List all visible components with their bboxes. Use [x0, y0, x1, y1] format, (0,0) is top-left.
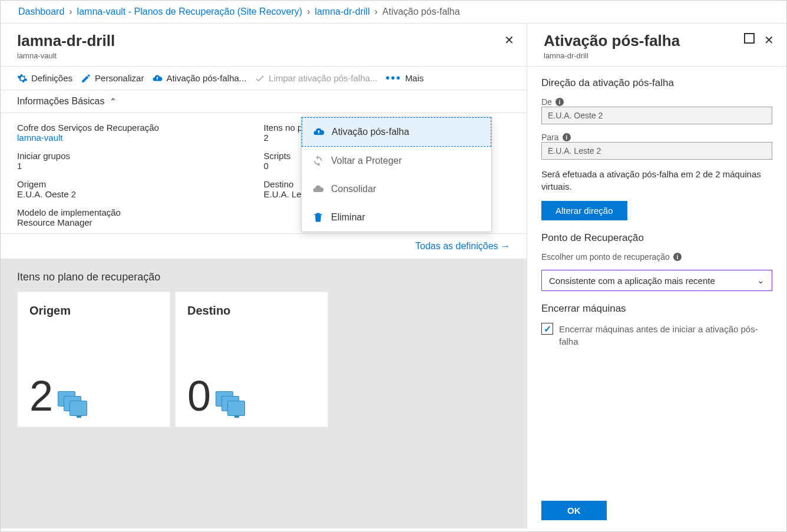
source-label: Origem — [17, 179, 264, 189]
recovery-point-value: Consistente com a aplicação mais recente — [549, 276, 715, 286]
close-icon[interactable]: ✕ — [502, 33, 516, 47]
breadcrumb-link-dashboard[interactable]: Dashboard — [18, 6, 64, 17]
customize-button[interactable]: Personalizar — [81, 73, 144, 84]
info-icon[interactable]: i — [555, 98, 564, 106]
menu-item-reprotect[interactable]: Voltar a Proteger — [302, 147, 491, 175]
cloud-arrow-icon — [313, 126, 325, 138]
direction-header: Direção da ativação pós-falha — [541, 77, 772, 89]
menu-item-failover[interactable]: Ativação pós-falha — [302, 117, 491, 147]
settings-button[interactable]: Definições — [17, 73, 72, 84]
vm-stack-icon — [216, 391, 246, 417]
left-pane: lamna-dr-drill lamna-vault ✕ Definições … — [1, 24, 527, 528]
right-pane-subtitle: lamna-dr-drill — [544, 51, 775, 60]
shutdown-checkbox-label: Encerrar máquinas antes de iniciar a ati… — [559, 323, 772, 348]
ok-button[interactable]: OK — [541, 501, 607, 520]
tiles-header: Itens no plano de recuperação — [17, 271, 510, 283]
recovery-point-dropdown[interactable]: Consistente com a aplicação mais recente… — [541, 270, 772, 291]
failover-label: Ativação pós-falha... — [166, 73, 246, 83]
menu-delete-label: Eliminar — [331, 212, 365, 223]
failover-note: Será efetuada a ativação pós-falha em 2 … — [541, 168, 772, 193]
right-pane-header: Ativação pós-falha lamna-dr-drill ✕ — [527, 24, 786, 67]
from-label: De i — [541, 97, 772, 107]
to-label: Para i — [541, 133, 772, 142]
maximize-icon[interactable] — [744, 33, 755, 44]
essentials-toggle[interactable]: Informações Básicas ⌃ — [1, 90, 527, 113]
gear-icon — [17, 73, 28, 84]
all-settings-row: Todas as definições → — [1, 234, 527, 259]
source-value: E.U.A. Oeste 2 — [17, 189, 264, 199]
more-label: Mais — [405, 73, 424, 83]
dest-tile-title: Destino — [187, 304, 316, 318]
model-value: Resource Manager — [17, 217, 264, 227]
more-button[interactable]: ••• Mais — [386, 71, 424, 85]
source-tile-title: Origem — [29, 304, 158, 318]
cleanup-label: Limpar ativação pós-falha... — [269, 73, 377, 83]
source-tile-count: 2 — [29, 375, 53, 417]
vault-label: Cofre dos Serviços de Recuperação — [17, 123, 264, 133]
right-pane: Ativação pós-falha lamna-dr-drill ✕ Dire… — [527, 24, 786, 528]
page-subtitle: lamna-vault — [17, 51, 515, 60]
toolbar: Definições Personalizar Ativação pós-fal… — [1, 67, 527, 90]
dest-tile-count: 0 — [187, 375, 211, 417]
info-icon[interactable]: i — [673, 253, 682, 261]
chevron-right-icon: › — [307, 6, 310, 17]
breadcrumb-link-vault[interactable]: lamna-vault - Planos de Recuperação (Sit… — [77, 6, 302, 17]
menu-commit-label: Consolidar — [331, 184, 376, 194]
menu-item-commit[interactable]: Consolidar — [302, 175, 491, 203]
breadcrumb-link-plan[interactable]: lamna-dr-drill — [315, 6, 369, 17]
groups-value: 1 — [17, 161, 264, 171]
trash-icon — [312, 212, 324, 223]
menu-reprotect-label: Voltar a Proteger — [331, 156, 402, 166]
arrow-right-icon: → — [501, 241, 510, 251]
close-icon[interactable]: ✕ — [762, 33, 776, 47]
cloud-check-icon — [312, 183, 324, 195]
customize-label: Personalizar — [95, 73, 144, 83]
recovery-point-label: Escolher um ponto de recuperação i — [541, 252, 772, 262]
menu-failover-label: Ativação pós-falha — [332, 127, 409, 137]
pencil-icon — [81, 73, 91, 84]
left-pane-header: lamna-dr-drill lamna-vault ✕ — [1, 24, 527, 67]
all-settings-link[interactable]: Todas as definições → — [415, 241, 510, 251]
from-input — [541, 107, 772, 124]
chevron-right-icon: › — [375, 6, 378, 17]
breadcrumb-current: Ativação pós-falha — [382, 6, 460, 17]
checkmark-icon — [254, 73, 265, 84]
source-tile[interactable]: Origem 2 — [17, 292, 170, 427]
sync-icon — [312, 155, 324, 167]
failover-button[interactable]: Ativação pós-falha... — [152, 73, 246, 84]
cleanup-button: Limpar ativação pós-falha... — [254, 73, 377, 84]
breadcrumb: Dashboard › lamna-vault - Planos de Recu… — [1, 1, 786, 24]
info-icon[interactable]: i — [563, 133, 571, 141]
vault-link[interactable]: lamna-vault — [17, 133, 264, 143]
recovery-point-header: Ponto de Recuperação — [541, 232, 772, 244]
vm-stack-icon — [58, 391, 88, 417]
menu-item-delete[interactable]: Eliminar — [302, 203, 491, 232]
chevron-up-icon: ⌃ — [110, 97, 117, 106]
groups-label: Iniciar grupos — [17, 151, 264, 161]
chevron-down-icon: ⌄ — [757, 275, 765, 286]
footer-bar: OK — [527, 493, 786, 528]
essentials-header-label: Informações Básicas — [17, 96, 105, 107]
change-direction-button[interactable]: Alterar direção — [541, 201, 627, 220]
page-title: lamna-dr-drill — [17, 32, 515, 50]
shutdown-checkbox[interactable] — [541, 323, 553, 335]
ellipsis-icon: ••• — [386, 71, 402, 85]
model-label: Modelo de implementação — [17, 207, 264, 217]
right-pane-title: Ativação pós-falha — [544, 32, 775, 50]
settings-label: Definições — [31, 73, 72, 83]
cloud-arrow-icon — [152, 73, 163, 84]
context-menu: Ativação pós-falha Voltar a Proteger Con… — [301, 117, 492, 232]
chevron-right-icon: › — [69, 6, 72, 17]
to-input — [541, 142, 772, 160]
shutdown-header: Encerrar máquinas — [541, 303, 772, 315]
dest-tile[interactable]: Destino 0 — [175, 292, 328, 427]
tiles-area: Itens no plano de recuperação Origem 2 D… — [1, 259, 527, 528]
